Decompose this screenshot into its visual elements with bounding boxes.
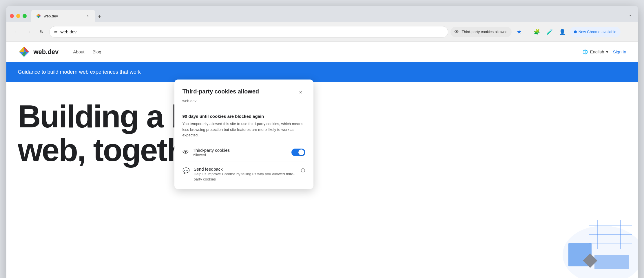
reload-icon: ↻	[40, 29, 43, 35]
page-illustration	[493, 197, 638, 278]
main-hero: Building a bet web, togethe	[6, 82, 638, 178]
chevron-down-icon: ▾	[606, 49, 608, 55]
tab-dropdown-button[interactable]: ⌄	[626, 10, 634, 19]
browser-window: web.dev × + ⌄ ← → ↻ ⇄ web.dev 👁 Third-pa…	[6, 6, 638, 278]
cookie-label: Third-party cookies	[193, 148, 230, 153]
test-icon: 🧪	[546, 29, 553, 35]
nav-separator	[528, 28, 528, 35]
site-logo-text: web.dev	[34, 48, 59, 56]
update-icon	[574, 30, 577, 33]
popup-close-button[interactable]: ×	[296, 88, 305, 97]
site-header-right: 🌐 English ▾ Sign in	[583, 49, 626, 55]
tab-close-button[interactable]: ×	[85, 13, 90, 19]
hero-heading-line2: web, togethe	[18, 133, 626, 167]
address-bar-icon: ⇄	[54, 30, 58, 34]
test-button[interactable]: 🧪	[544, 27, 555, 37]
cookie-toggle-row: 👁 Third-party cookies Allowed	[183, 143, 305, 162]
language-button[interactable]: 🌐 English ▾	[583, 49, 608, 55]
active-tab[interactable]: web.dev ×	[31, 10, 95, 22]
toggle-knob	[298, 149, 304, 155]
svg-marker-3	[36, 14, 39, 16]
feedback-label-group: Send feedback Help us improve Chrome by …	[194, 167, 301, 182]
site-logo: web.dev	[18, 46, 59, 58]
cookies-badge-text: Third-party cookies allowed	[461, 30, 507, 34]
popup-info-title: 90 days until cookies are blocked again	[183, 114, 305, 119]
hero-banner: Guidance to build modern web experiences…	[6, 62, 638, 82]
popup-domain: web.dev	[183, 99, 305, 103]
cookie-sublabel: Allowed	[193, 153, 230, 157]
cookie-toggle-left: 👁 Third-party cookies Allowed	[183, 148, 230, 157]
back-button[interactable]: ←	[11, 27, 21, 37]
close-window-button[interactable]	[10, 14, 14, 18]
globe-icon: 🌐	[583, 49, 588, 55]
new-tab-button[interactable]: +	[95, 12, 104, 21]
page-content: web.dev About Blog 🌐 English ▾ Sign in G…	[6, 42, 638, 278]
page-illustration-svg	[493, 197, 638, 278]
feedback-sublabel: Help us improve Chrome by telling us why…	[194, 172, 301, 182]
popup-header: Third-party cookies allowed ×	[183, 88, 305, 97]
update-chrome-button[interactable]: New Chrome available	[570, 27, 621, 37]
feedback-left: 💬 Send feedback Help us improve Chrome b…	[183, 167, 301, 182]
tab-bar-right: ⌄	[626, 10, 634, 22]
cookie-toggle[interactable]	[291, 149, 305, 156]
webdev-logo-icon	[18, 46, 30, 58]
address-bar[interactable]: ⇄ web.dev	[49, 26, 448, 38]
forward-button[interactable]: →	[24, 27, 34, 37]
feedback-label: Send feedback	[194, 167, 301, 172]
more-icon: ⋮	[625, 29, 631, 35]
feedback-icon: 💬	[183, 167, 190, 174]
hero-heading-line1: Building a bet	[18, 100, 626, 133]
cookie-popup: Third-party cookies allowed × web.dev 90…	[174, 80, 313, 189]
address-text: web.dev	[61, 29, 444, 34]
hero-heading: Building a bet web, togethe	[18, 100, 626, 167]
cookie-eye-icon: 👁	[183, 149, 189, 156]
tab-favicon-icon	[36, 13, 41, 19]
svg-point-11	[563, 226, 638, 278]
bookmark-button[interactable]: ★	[514, 27, 524, 37]
lang-label: English	[590, 49, 604, 54]
tab-bar: web.dev × + ⌄	[6, 6, 638, 22]
cookies-badge[interactable]: 👁 Third-party cookies allowed	[450, 27, 511, 37]
popup-title: Third-party cookies allowed	[183, 88, 259, 95]
svg-marker-7	[19, 46, 24, 52]
profile-button[interactable]: 👤	[557, 27, 568, 37]
popup-info-section: 90 days until cookies are blocked again …	[183, 109, 305, 143]
site-nav: About Blog	[73, 49, 101, 54]
window-controls	[10, 14, 27, 22]
forward-icon: →	[27, 29, 31, 35]
popup-info-text: You temporarily allowed this site to use…	[183, 121, 305, 138]
hero-banner-text: Guidance to build modern web experiences…	[18, 69, 141, 75]
nav-item-blog[interactable]: Blog	[93, 49, 101, 54]
profile-icon: 👤	[559, 29, 565, 35]
nav-item-about[interactable]: About	[73, 49, 84, 54]
cookie-label-group: Third-party cookies Allowed	[193, 148, 230, 157]
star-icon: ★	[517, 29, 521, 35]
external-link-icon[interactable]: ⬡	[301, 167, 305, 174]
site-header: web.dev About Blog 🌐 English ▾ Sign in	[6, 42, 638, 62]
tab-title: web.dev	[44, 14, 82, 18]
reload-button[interactable]: ↻	[37, 27, 47, 37]
eye-badge-icon: 👁	[455, 29, 459, 35]
maximize-window-button[interactable]	[23, 14, 27, 18]
extensions-button[interactable]: 🧩	[532, 27, 542, 37]
sign-in-button[interactable]: Sign in	[613, 49, 626, 54]
more-options-button[interactable]: ⋮	[623, 27, 633, 37]
extensions-icon: 🧩	[534, 29, 540, 35]
navigation-bar: ← → ↻ ⇄ web.dev 👁 Third-party cookies al…	[6, 22, 638, 42]
back-icon: ←	[14, 29, 19, 35]
feedback-row: 💬 Send feedback Help us improve Chrome b…	[183, 162, 305, 183]
update-label: New Chrome available	[579, 30, 616, 34]
minimize-window-button[interactable]	[16, 14, 20, 18]
